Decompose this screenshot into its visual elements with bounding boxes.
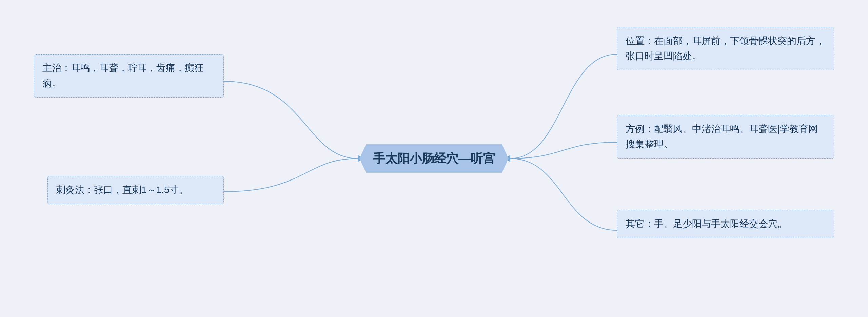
node-cijiu: 刺灸法：张口，直刺1～1.5寸。 [47,176,224,204]
node-weizhi: 位置：在面部，耳屏前，下颌骨髁状突的后方，张口时呈凹陷处。 [617,27,834,70]
central-node: 手太阳小肠经穴—听宫 [359,144,509,173]
node-qita: 其它：手、足少阳与手太阳经交会穴。 [617,210,834,238]
node-zhuzhi: 主治：耳鸣，耳聋，聍耳，齿痛，癫狂痫。 [34,54,224,98]
mind-map-container: 手太阳小肠经穴—听宫 主治：耳鸣，耳聋，聍耳，齿痛，癫狂痫。 刺灸法：张口，直刺… [0,0,868,317]
node-fangli: 方例：配翳风、中渚治耳鸣、耳聋医|学教育网搜集整理。 [617,115,834,158]
